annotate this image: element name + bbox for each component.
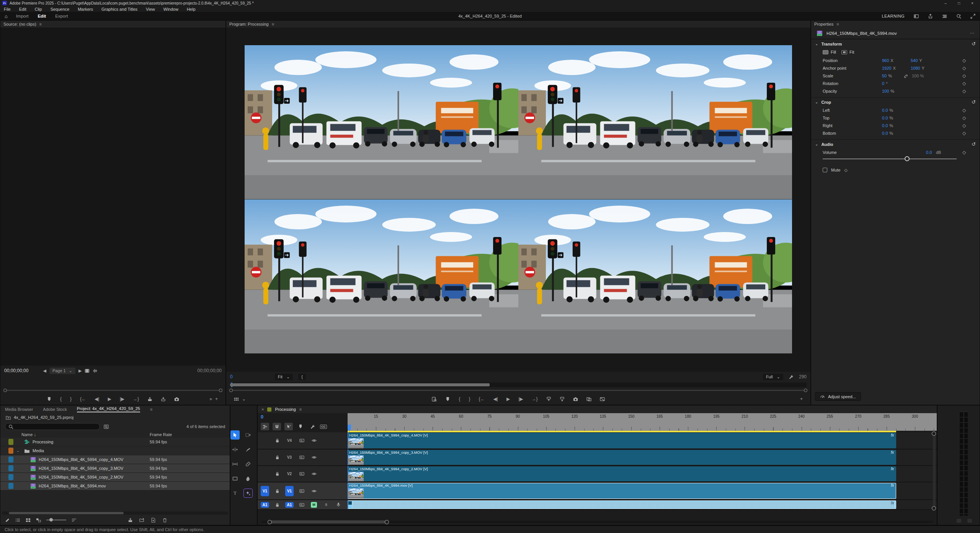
minimize-button[interactable]: –: [940, 1, 951, 5]
program-scrubber[interactable]: [230, 388, 807, 392]
name-column-header[interactable]: Name ↓: [21, 432, 36, 437]
item-name[interactable]: H264_150Mbps_8bit_4K_5994_copy_3.MOV: [39, 466, 123, 471]
fx-badge[interactable]: fx: [891, 450, 894, 455]
timeline-audio-clip[interactable]: fx: [348, 500, 896, 509]
keyframe-diamond-icon[interactable]: ◇: [962, 88, 966, 94]
extract-icon[interactable]: [560, 397, 565, 402]
keyframe-diamond-icon[interactable]: ◇: [962, 150, 966, 155]
razor-tool[interactable]: [243, 445, 253, 454]
meter-option-chip[interactable]: [957, 519, 961, 523]
play-icon[interactable]: ▶: [506, 397, 510, 401]
reset-transform-icon[interactable]: ↺: [972, 41, 976, 47]
program-timecode[interactable]: 0: [230, 374, 233, 379]
label-color-chip[interactable]: [8, 474, 13, 480]
slip-tool[interactable]: [230, 459, 240, 469]
type-tool[interactable]: T: [230, 489, 240, 498]
eye-icon[interactable]: [312, 438, 317, 443]
tab-adobe-stock[interactable]: Adobe Stock: [43, 407, 67, 412]
mark-out-icon[interactable]: }: [70, 397, 72, 401]
track-target-badge[interactable]: A1: [261, 502, 270, 508]
prev-page-icon[interactable]: ◀: [43, 369, 46, 373]
timeline-timecode[interactable]: 0: [261, 414, 345, 422]
chevron-down-icon[interactable]: ⌄: [242, 397, 246, 401]
reset-audio-icon[interactable]: ↺: [972, 141, 976, 147]
menu-window[interactable]: Window: [163, 7, 178, 11]
label-color-chip[interactable]: [8, 465, 13, 471]
next-page-icon[interactable]: ▶: [78, 369, 82, 373]
fx-badge[interactable]: fx: [891, 501, 894, 505]
project-item-row[interactable]: ⌄Media: [0, 446, 230, 455]
track-target-badge[interactable]: A1: [285, 502, 294, 508]
workspace-panel-icon[interactable]: [914, 14, 919, 19]
item-name[interactable]: H264_150Mbps_8bit_4K_5994_copy_4.MOV: [39, 457, 123, 462]
tab-media-browser[interactable]: Media Browser: [5, 407, 33, 412]
lock-icon[interactable]: [275, 489, 280, 494]
source-scrubber[interactable]: [4, 388, 222, 392]
track-settings-icon[interactable]: [299, 471, 304, 476]
snap-magnet-icon[interactable]: [273, 423, 281, 430]
timeline-ruler[interactable]: 1530456075901051201351501651801952102252…: [348, 413, 937, 432]
track-header-v1[interactable]: V1V1: [258, 482, 348, 499]
compare-icon[interactable]: [586, 397, 591, 402]
keyframe-diamond-icon[interactable]: ◇: [962, 108, 966, 113]
keyframe-diamond-icon[interactable]: ◇: [962, 115, 966, 121]
link-scale-icon[interactable]: [903, 74, 908, 78]
label-color-chip[interactable]: [8, 439, 13, 445]
fx-badge[interactable]: fx: [891, 467, 894, 471]
timeline-clip[interactable]: H264_150Mbps_8bit_4K_5994_copy_4.MOV [V]…: [348, 433, 896, 448]
project-root-item[interactable]: 4x_4K_H264_420_59_25.prproj: [0, 413, 230, 422]
tab-project-4x-4k-h264-420-59-25[interactable]: Project: 4x_4K_H264_420_59_25: [77, 406, 140, 412]
track-target-badge[interactable]: V1: [285, 486, 294, 496]
keyframe-diamond-icon[interactable]: ◇: [962, 73, 966, 78]
play-icon[interactable]: ▶: [108, 397, 111, 401]
delete-icon[interactable]: [162, 518, 167, 523]
item-name[interactable]: H264_150Mbps_8bit_4K_5994.mov: [39, 484, 106, 488]
lock-icon[interactable]: [275, 455, 280, 460]
step-forward-icon[interactable]: |▶: [120, 397, 124, 401]
property-value[interactable]: 1080Y: [911, 66, 924, 70]
ripple-edit-tool[interactable]: [230, 445, 240, 454]
property-value[interactable]: 0.0%: [882, 116, 893, 120]
step-back-icon[interactable]: ◀|: [493, 397, 498, 401]
menu-view[interactable]: View: [146, 7, 155, 11]
eye-icon[interactable]: [312, 455, 317, 460]
new-bin-icon[interactable]: [139, 518, 144, 523]
track-header-v2[interactable]: V2: [258, 466, 348, 482]
keyframe-diamond-icon[interactable]: ◇: [962, 131, 966, 136]
keyframe-diamond-icon[interactable]: ◇: [962, 65, 966, 71]
lock-icon[interactable]: [275, 502, 280, 507]
new-item-icon[interactable]: [151, 518, 156, 523]
menu-clip[interactable]: Clip: [35, 7, 42, 11]
fullscreen-icon[interactable]: [970, 14, 975, 19]
fill-button[interactable]: Fill: [823, 50, 836, 54]
quick-actions-search-icon[interactable]: [956, 14, 961, 19]
keyframe-diamond-icon[interactable]: ◇: [962, 58, 966, 63]
property-value[interactable]: 960X: [882, 58, 893, 63]
property-value[interactable]: 1920X: [882, 66, 896, 70]
item-name[interactable]: Media: [33, 448, 44, 453]
list-view-icon[interactable]: [15, 518, 20, 523]
learning-button[interactable]: LEARNING: [882, 14, 905, 18]
track-name[interactable]: V4: [287, 438, 292, 443]
drag-audio-icon[interactable]: [93, 368, 98, 373]
track-lane-a1[interactable]: fx: [348, 500, 937, 509]
pen-tool[interactable]: [243, 459, 253, 469]
eye-icon[interactable]: [312, 471, 317, 476]
label-color-chip[interactable]: [8, 448, 13, 454]
maximize-button[interactable]: □: [954, 1, 964, 5]
home-icon[interactable]: ⌂: [5, 13, 8, 19]
insert-icon[interactable]: [147, 397, 152, 402]
panel-menu-icon[interactable]: ≡: [299, 407, 302, 412]
track-header-v4[interactable]: V4: [258, 432, 348, 449]
go-to-in-icon[interactable]: {←: [479, 397, 485, 401]
track-lane-v3[interactable]: H264_150Mbps_8bit_4K_5994_copy_3.MOV [V]…: [348, 450, 937, 465]
panel-menu-icon[interactable]: ≡: [150, 407, 152, 412]
button-editor-add-icon[interactable]: +: [215, 397, 218, 401]
timeline-vertical-scrollbar[interactable]: [933, 432, 936, 510]
timeline-horizontal-scrollbar[interactable]: [261, 520, 933, 524]
automate-to-sequence-icon[interactable]: [128, 518, 133, 523]
settings-wrench-icon[interactable]: [789, 374, 794, 379]
menu-graphics-and-titles[interactable]: Graphics and Titles: [101, 7, 137, 11]
track-settings-icon[interactable]: [299, 455, 304, 460]
track-header-v3[interactable]: V3: [258, 450, 348, 465]
